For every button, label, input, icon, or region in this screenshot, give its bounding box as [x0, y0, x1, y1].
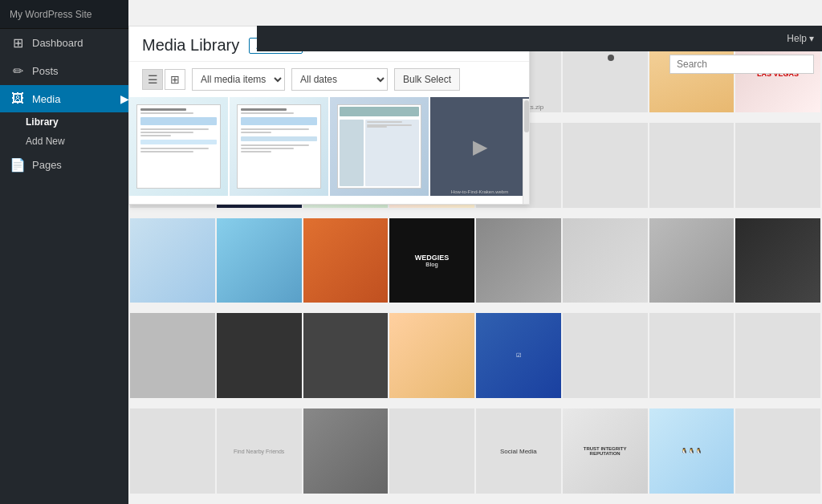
bg-thumb	[303, 408, 389, 494]
bg-thumb: Find Nearby Friends	[217, 408, 302, 494]
bg-thumb: WEDGIESBlog	[389, 218, 474, 303]
bg-thumb	[649, 218, 735, 303]
bg-thumb	[563, 218, 648, 303]
sidebar-item-posts[interactable]: ✏ Posts	[0, 57, 128, 85]
bg-thumb	[389, 313, 474, 398]
bg-thumb	[389, 408, 474, 494]
bg-thumb: TRUST INTEGRITYREPUTATION	[563, 408, 648, 494]
main-search	[669, 55, 814, 74]
bg-thumb	[130, 313, 215, 398]
view-toggle: ☰ ⊞	[142, 69, 185, 90]
bg-thumb	[735, 408, 820, 494]
panel-media-grid: ▶ How-to-Find-Kraken.webm	[129, 97, 529, 196]
bg-thumb	[303, 313, 389, 398]
sidebar-subitem-library[interactable]: Library	[0, 112, 128, 132]
list-view-button[interactable]: ☰	[142, 69, 163, 90]
bulk-select-button[interactable]: Bulk Select	[394, 68, 460, 91]
bg-thumb	[563, 123, 648, 208]
sidebar: My WordPress Site ⊞ Dashboard ✏ Posts ▶ …	[0, 0, 128, 504]
search-input[interactable]	[669, 55, 814, 74]
sidebar-item-dashboard[interactable]: ⊞ Dashboard	[0, 29, 128, 57]
media-icon: 🖼	[10, 91, 26, 106]
pages-icon: 📄	[10, 157, 26, 173]
bg-thumb: 🐧🐧🐧	[649, 408, 735, 494]
bg-thumb	[735, 313, 820, 398]
bg-thumb: ☑	[476, 313, 561, 398]
help-button[interactable]: Help ▾	[787, 33, 814, 44]
panel-title: Media Library	[142, 36, 239, 55]
sidebar-item-media-label: Media	[32, 93, 60, 105]
bg-thumb	[130, 218, 215, 303]
media-library-panel: Media Library Add New ☰ ⊞ All media item…	[128, 26, 530, 205]
bg-thumb	[649, 313, 735, 398]
grid-view-button[interactable]: ⊞	[165, 69, 185, 90]
panel-thumb-screenshot[interactable]	[330, 97, 429, 196]
sidebar-subitem-add-new[interactable]: Add New	[0, 132, 128, 151]
sidebar-item-pages-label: Pages	[32, 159, 62, 171]
bg-thumb: Social Media	[476, 408, 561, 494]
posts-icon: ✏	[10, 63, 26, 79]
bg-thumb	[476, 218, 561, 303]
panel-thumb-api-credentials-2[interactable]	[230, 97, 328, 196]
sidebar-item-pages[interactable]: 📄 Pages	[0, 151, 128, 179]
toolbar: ☰ ⊞ All media items Images Audio Video A…	[129, 62, 529, 97]
bg-thumb	[130, 408, 215, 494]
bg-thumb	[303, 218, 389, 303]
bg-thumb	[217, 313, 302, 398]
bg-thumb	[735, 218, 820, 303]
sidebar-item-posts-label: Posts	[32, 65, 59, 77]
date-filter[interactable]: All dates January 2024 December 2023	[291, 68, 388, 91]
panel-thumb-api-credentials-1[interactable]	[129, 97, 228, 196]
main-content: Help ▾ kraken-results.zip 🏕 WORDCAMPLAS …	[128, 26, 822, 504]
sidebar-item-media[interactable]: ▶ 🖼 Media	[0, 85, 128, 112]
panel-scrollbar[interactable]	[523, 99, 529, 204]
media-arrow: ▶	[120, 85, 128, 112]
panel-scrollbar-thumb	[524, 100, 529, 132]
site-name: My WordPress Site	[0, 0, 128, 29]
bg-thumb	[735, 123, 820, 208]
bg-thumb	[217, 218, 302, 303]
media-type-filter[interactable]: All media items Images Audio Video	[192, 68, 285, 91]
bg-thumb	[563, 313, 648, 398]
panel-thumb-video[interactable]: ▶ How-to-Find-Kraken.webm	[430, 97, 529, 196]
sidebar-item-dashboard-label: Dashboard	[32, 37, 83, 49]
dashboard-icon: ⊞	[10, 35, 26, 51]
topbar: Help ▾	[257, 26, 822, 51]
bg-thumb	[649, 123, 735, 208]
